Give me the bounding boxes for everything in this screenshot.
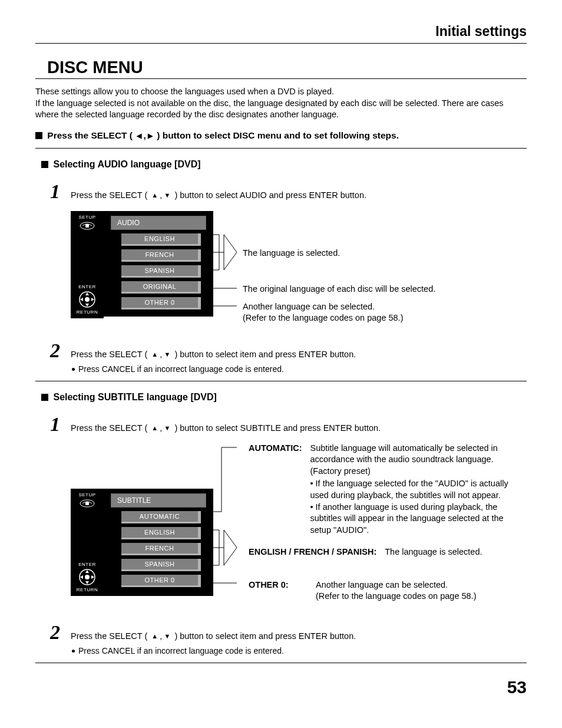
sstep2a: Press the SELECT ( (71, 631, 147, 641)
audio-note-text: Press CANCEL if an incorrect language co… (78, 364, 284, 374)
step1a: Press the SELECT ( (71, 190, 147, 200)
anno-other: Another language can be selected. (Refer… (243, 301, 403, 324)
svg-marker-4 (85, 292, 89, 295)
subtitle-step-1: 1 Press the SELECT ( ▲ , ▼ ) button to s… (47, 414, 527, 434)
step2b: ) button to select item and press ENTER … (174, 350, 356, 359)
triangle-right-icon: ▶ (146, 132, 154, 139)
desc-efs-text: The language is selected. (385, 546, 527, 558)
svg-marker-17 (91, 575, 94, 579)
remote-setup-icon (79, 499, 95, 508)
black-square-icon (35, 132, 42, 139)
anno-other-2: (Refer to the language codes on page 58.… (243, 313, 403, 322)
subtitle-descriptions: AUTOMATIC: Subtitle language will automa… (249, 443, 527, 610)
menu-item: AUTOMATIC (121, 511, 201, 523)
menu-head-subtitle: SUBTITLE (111, 493, 206, 508)
audio-subhead: Selecting AUDIO language [DVD] (41, 159, 527, 170)
remote-setup-label: SETUP (78, 492, 95, 498)
sub-step-2-text: Press the SELECT ( ▲ , ▼ ) button to sel… (71, 631, 527, 641)
step-1-text: Press the SELECT ( ▲ , ▼ ) button to sel… (71, 190, 527, 200)
connector-lines-icon (213, 211, 243, 323)
audio-annotations: The language is selected. The original l… (213, 211, 527, 323)
menu-item: ENGLISH (121, 527, 201, 539)
svg-marker-14 (85, 570, 89, 573)
subtitle-menu-list: SUBTITLE AUTOMATIC ENGLISH FRENCH SPANIS… (104, 489, 213, 596)
desc-other-text: Another language can be selected. (Refer… (316, 579, 527, 602)
step1b: ) button to select AUDIO and press ENTER… (174, 190, 366, 200)
svg-rect-11 (85, 502, 89, 505)
subtitle-note: Press CANCEL if an incorrect language co… (72, 646, 527, 655)
remote-dpad-icon (78, 291, 96, 308)
menu-head-audio: AUDIO (111, 216, 206, 230)
divider (35, 663, 527, 663)
desc-automatic: AUTOMATIC: Subtitle language will automa… (249, 443, 527, 536)
intro-2: If the language selected is not availabl… (35, 98, 504, 120)
anno-language: The language is selected. (243, 248, 340, 259)
svg-marker-6 (80, 298, 83, 301)
menu-item: SPANISH (121, 265, 201, 278)
subtitle-step-2: 2 Press the SELECT ( ▲ , ▼ ) button to s… (47, 622, 527, 643)
black-square-icon (41, 394, 48, 401)
step-number-2: 2 (47, 622, 60, 643)
desc-auto-bullet-2: If another language is used during playb… (310, 502, 527, 536)
menu-item: ENGLISH (121, 233, 201, 246)
press-b: ) button to select DISC menu and to set … (157, 130, 399, 140)
remote-panel: SETUP ENTER RETURN (71, 489, 104, 596)
sstep1a: Press the SELECT ( (71, 423, 147, 433)
triangle-down-icon: ▼ (162, 192, 172, 199)
subtitle-connectors (213, 443, 249, 610)
instruction-line: Press the SELECT ( ◀ , ▶ ) button to sel… (35, 130, 527, 141)
remote-return-label: RETURN (77, 587, 98, 592)
svg-marker-15 (85, 581, 89, 584)
remote-setup-icon (79, 221, 95, 230)
audio-menu-diagram: SETUP ENTER RETURN AUDIO ENGLISH FRENCH … (71, 211, 527, 323)
menu-item: OTHER 0 (121, 297, 201, 309)
page-number: 53 (35, 677, 527, 697)
desc-other: OTHER 0: Another language can be selecte… (249, 579, 527, 602)
menu-item: ORIGINAL (121, 281, 201, 294)
sstep2b: ) button to select item and press ENTER … (174, 631, 356, 641)
svg-marker-7 (91, 298, 94, 301)
bullet-icon (72, 368, 75, 371)
triangle-left-icon: ◀ (135, 132, 143, 139)
connector-lines-icon (213, 443, 249, 602)
divider (35, 148, 527, 149)
desc-auto-main: Subtitle language will automatically be … (310, 443, 497, 476)
press-a: Press the SELECT ( (47, 130, 133, 140)
step-2-text: Press the SELECT ( ▲ , ▼ ) button to sel… (71, 350, 527, 359)
subtitle-note-text: Press CANCEL if an incorrect language co… (78, 646, 284, 655)
desc-efs-label: ENGLISH / FRENCH / SPANISH: (249, 546, 376, 558)
audio-menu-list: AUDIO ENGLISH FRENCH SPANISH ORIGINAL OT… (104, 211, 213, 317)
divider (35, 381, 527, 381)
audio-subhead-text: Selecting AUDIO language [DVD] (53, 159, 200, 169)
desc-other-2: (Refer to the language codes on page 58.… (316, 591, 476, 601)
audio-step-2: 2 Press the SELECT ( ▲ , ▼ ) button to s… (47, 341, 527, 361)
subtitle-subhead-text: Selecting SUBTITLE language [DVD] (53, 392, 216, 402)
triangle-up-icon: ▲ (150, 633, 160, 640)
black-square-icon (41, 161, 48, 168)
intro-1: These settings allow you to choose the l… (35, 87, 334, 96)
subtitle-diagram-row: SETUP ENTER RETURN SUBTITLE AUTOMATIC EN… (71, 443, 527, 610)
desc-other-1: Another language can be selected. (316, 580, 448, 589)
desc-efs: ENGLISH / FRENCH / SPANISH: The language… (249, 546, 527, 558)
remote-setup-label: SETUP (78, 215, 95, 220)
anno-original: The original language of each disc will … (243, 284, 435, 295)
remote-enter-label: ENTER (78, 284, 96, 289)
anno-other-1: Another language can be selected. (243, 302, 375, 311)
desc-auto-text: Subtitle language will automatically be … (310, 443, 527, 536)
menu-item: SPANISH (121, 559, 201, 571)
desc-auto-bullet-1: If the language selected for the "AUDIO"… (310, 478, 527, 501)
triangle-up-icon: ▲ (150, 192, 160, 199)
remote-return-label: RETURN (77, 309, 98, 315)
page-header: Initial settings (35, 24, 527, 44)
subtitle-subhead: Selecting SUBTITLE language [DVD] (41, 392, 527, 403)
svg-rect-1 (85, 224, 89, 228)
step-number-1: 1 (47, 182, 60, 202)
triangle-down-icon: ▼ (162, 351, 172, 358)
step-number-1: 1 (47, 414, 60, 434)
remote-dpad-icon (78, 568, 96, 586)
svg-marker-5 (85, 304, 89, 307)
sub-step-1-text: Press the SELECT ( ▲ , ▼ ) button to sel… (71, 423, 527, 433)
desc-other-label: OTHER 0: (249, 579, 308, 602)
menu-item: FRENCH (121, 543, 201, 555)
desc-auto-label: AUTOMATIC: (249, 443, 302, 536)
